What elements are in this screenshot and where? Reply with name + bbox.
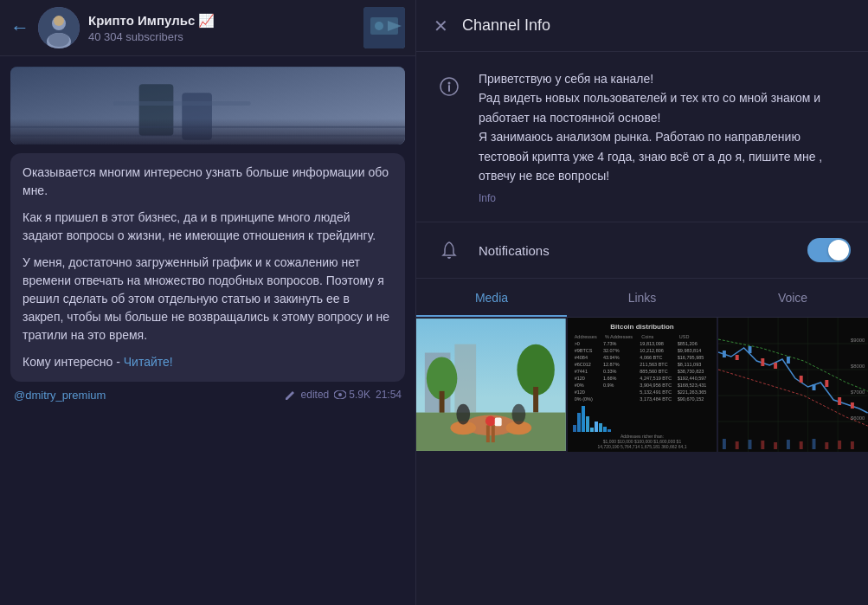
svg-rect-34 (495, 418, 502, 427)
bitcoin-table: Addresses % Addresses Coins USD >07.73%1… (573, 333, 712, 402)
tab-media[interactable]: Media (416, 279, 567, 317)
top-media-image (10, 67, 405, 145)
svg-rect-49 (762, 358, 765, 366)
notifications-row: Notifications (416, 222, 868, 279)
message-footer: @dmitry_premium edited 5.9K 21:54 (10, 389, 405, 402)
svg-rect-54 (826, 380, 829, 387)
svg-rect-65 (826, 442, 829, 449)
svg-rect-11 (182, 93, 212, 140)
svg-rect-10 (139, 84, 174, 135)
channel-name: Крипто Импульс 📈 (88, 13, 363, 29)
right-panel: ✕ Channel Info Приветствую у себя на кан… (415, 0, 868, 605)
message-bubble: Оказывается многим интересно узнать боль… (10, 153, 405, 382)
message-area: Оказывается многим интересно узнать боль… (0, 56, 415, 605)
svg-rect-47 (736, 355, 739, 360)
avatar (38, 7, 80, 48)
notifications-toggle[interactable] (807, 238, 851, 262)
svg-rect-46 (723, 351, 726, 357)
svg-rect-53 (813, 384, 816, 390)
right-header: ✕ Channel Info (416, 0, 868, 52)
svg-point-7 (375, 22, 383, 30)
svg-text:$8000: $8000 (851, 364, 865, 369)
svg-point-4 (48, 33, 69, 47)
tab-links[interactable]: Links (567, 279, 717, 317)
subscriber-count: 40 304 subscribers (88, 30, 363, 43)
message-p1: Оказывается многим интересно узнать боль… (23, 164, 393, 200)
svg-rect-50 (774, 363, 777, 369)
info-icon (434, 71, 465, 102)
svg-rect-66 (838, 441, 841, 449)
close-button[interactable]: ✕ (434, 16, 448, 36)
message-time: 21:54 (376, 389, 402, 401)
toggle-knob (828, 240, 849, 261)
message-p2: Как я пришел в этот бизнес, да и в принц… (23, 209, 393, 245)
avatar-image (38, 7, 80, 48)
tab-voice[interactable]: Voice (717, 279, 868, 317)
info-label: Info (479, 192, 851, 204)
svg-rect-22 (454, 344, 476, 413)
media-item-1[interactable] (416, 318, 566, 452)
svg-rect-64 (813, 439, 816, 449)
notifications-label: Notifications (479, 243, 807, 258)
chat-info: Крипто Импульс 📈 40 304 subscribers (88, 13, 363, 43)
message-p3: У меня, достаточно загруженный график и … (23, 254, 393, 344)
svg-point-16 (338, 393, 342, 396)
read-link[interactable]: Читайте! (124, 355, 173, 369)
svg-text:$7000: $7000 (851, 389, 865, 395)
svg-rect-37 (718, 318, 868, 452)
svg-point-3 (54, 16, 64, 26)
info-row: Приветствую у себя на канале! Рад видеть… (434, 69, 851, 204)
svg-rect-59 (749, 440, 752, 449)
panel-title: Channel Info (462, 16, 550, 35)
svg-rect-29 (486, 426, 490, 443)
info-content: Приветствую у себя на канале! Рад видеть… (479, 69, 851, 204)
bell-icon (434, 235, 465, 266)
svg-point-35 (456, 404, 470, 425)
sender-name: @dmitry_premium (14, 389, 106, 402)
svg-text:$6000: $6000 (851, 415, 865, 421)
edited-label: edited (284, 389, 329, 402)
message-p4: Кому интересно - Читайте! (23, 353, 393, 371)
chat-header: ← Крипто Импульс 📈 40 304 subscribers (0, 0, 415, 56)
left-panel: ← Крипто Импульс 📈 40 304 subscribers (0, 0, 415, 605)
header-preview (363, 7, 405, 48)
media-grid: Bitcoin distribution Addresses % Address… (416, 318, 868, 605)
svg-rect-52 (800, 376, 803, 383)
svg-rect-26 (533, 387, 538, 413)
svg-rect-30 (492, 426, 495, 443)
svg-point-36 (512, 404, 526, 425)
svg-rect-62 (787, 440, 790, 449)
svg-rect-56 (851, 402, 854, 409)
view-count: 5.9K (334, 389, 370, 401)
svg-rect-51 (787, 357, 790, 364)
tabs-row: Media Links Voice (416, 279, 868, 318)
svg-point-33 (485, 416, 496, 427)
svg-text:$9000: $9000 (851, 338, 865, 343)
svg-rect-48 (749, 346, 752, 353)
message-meta: edited 5.9K 21:54 (284, 389, 402, 402)
svg-point-18 (448, 82, 451, 85)
bitcoin-bar-chart (573, 406, 712, 432)
svg-rect-57 (723, 439, 726, 449)
media-item-3[interactable]: $9000 $8000 $7000 $6000 (718, 318, 868, 452)
chart-legend: Addresses richer than:$1,000 $10,000 $10… (573, 434, 712, 449)
message-p4-prefix: Кому интересно - (23, 355, 124, 369)
svg-rect-63 (800, 441, 803, 449)
svg-rect-60 (762, 441, 765, 449)
media-item-2[interactable]: Bitcoin distribution Addresses % Address… (568, 318, 717, 452)
svg-rect-67 (851, 441, 854, 449)
back-button[interactable]: ← (10, 16, 29, 39)
svg-rect-61 (774, 442, 777, 449)
preview-image (363, 7, 405, 48)
svg-rect-12 (113, 101, 251, 106)
info-section: Приветствую у себя на канале! Рад видеть… (416, 52, 868, 222)
svg-rect-55 (838, 397, 841, 405)
svg-rect-58 (736, 441, 739, 449)
bitcoin-chart-title: Bitcoin distribution (573, 323, 712, 331)
info-text: Приветствую у себя на канале! Рад видеть… (479, 69, 851, 185)
